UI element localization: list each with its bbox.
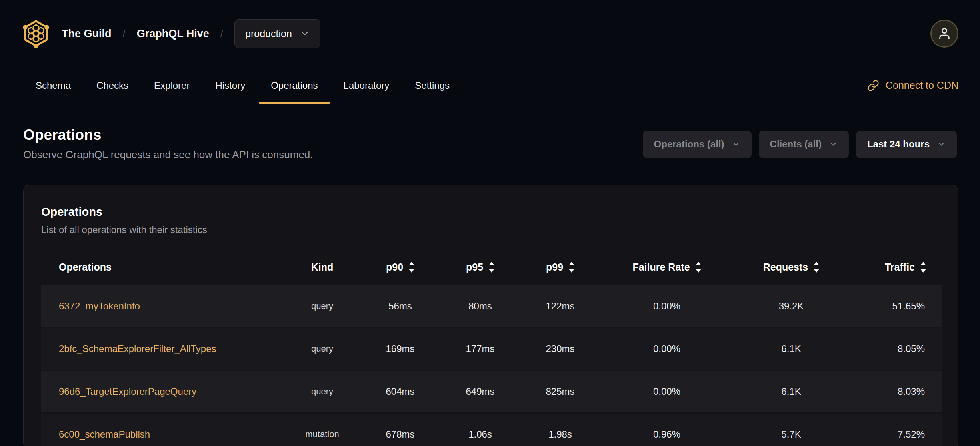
column-header-p99: p99 <box>523 250 597 284</box>
failure-rate-cell: 0.00% <box>597 328 736 370</box>
sort-arrows-icon <box>814 262 819 273</box>
failure-rate-cell: 0.00% <box>597 285 736 327</box>
p90-cell: 56ms <box>363 285 437 327</box>
sort-arrows-icon <box>489 262 494 273</box>
sort-control-p95[interactable]: p95 <box>466 261 494 273</box>
kind-cell: query <box>281 371 363 412</box>
p90-cell: 678ms <box>363 414 437 446</box>
p99-cell: 122ms <box>523 285 597 327</box>
operations-filter-dropdown[interactable]: Operations (all) <box>643 131 752 158</box>
sort-control-traffic[interactable]: Traffic <box>885 261 926 273</box>
p99-cell: 230ms <box>523 328 597 370</box>
connect-to-cdn-link[interactable]: Connect to CDN <box>867 80 958 92</box>
operation-link[interactable]: 96d6_TargetExplorerPageQuery <box>59 386 196 397</box>
p95-cell: 80ms <box>437 285 523 327</box>
p95-cell: 177ms <box>437 328 523 370</box>
column-header-p90: p90 <box>363 250 437 284</box>
tab-checks[interactable]: Checks <box>84 67 140 104</box>
tab-schema[interactable]: Schema <box>24 67 83 104</box>
tab-operations[interactable]: Operations <box>259 67 330 104</box>
sort-arrows-icon <box>920 262 926 273</box>
table-row: 96d6_TargetExplorerPageQuery query 604ms… <box>41 371 942 412</box>
table-row: 6c00_schemaPublish mutation 678ms 1.06s … <box>41 414 942 446</box>
tab-settings[interactable]: Settings <box>403 67 462 104</box>
card-title: Operations <box>41 205 941 219</box>
breadcrumb-org[interactable]: The Guild <box>62 28 112 40</box>
chevron-down-icon <box>732 140 740 149</box>
sort-arrows-icon <box>696 262 701 273</box>
active-tab-underline <box>259 102 330 104</box>
filters: Operations (all) Clients (all) Last 24 h… <box>643 131 957 158</box>
table-row: 2bfc_SchemaExplorerFilter_AllTypes query… <box>41 328 942 370</box>
tab-explorer[interactable]: Explorer <box>142 67 202 104</box>
p90-cell: 604ms <box>363 371 437 412</box>
kind-cell: mutation <box>281 414 363 446</box>
column-header-failure-rate: Failure Rate <box>597 250 736 284</box>
column-header-p95: p95 <box>437 250 523 284</box>
traffic-cell: 7.52% <box>846 414 942 446</box>
page-subtitle: Observe GraphQL requests and see how the… <box>23 149 313 161</box>
breadcrumb-separator: / <box>123 28 126 40</box>
tab-history[interactable]: History <box>203 67 257 104</box>
page-heading: Operations Observe GraphQL requests and … <box>23 127 313 161</box>
chevron-down-icon <box>829 140 838 149</box>
failure-rate-cell: 0.96% <box>597 414 736 446</box>
user-icon <box>938 27 951 40</box>
table-header-row: Operations Kind p90 p95 p99 Failure Rate… <box>41 250 942 284</box>
user-avatar-button[interactable] <box>930 20 958 48</box>
column-header-operations: Operations <box>41 250 281 284</box>
period-filter-dropdown[interactable]: Last 24 hours <box>856 131 957 158</box>
table-row: 6372_myTokenInfo query 56ms 80ms 122ms 0… <box>41 285 942 327</box>
requests-cell: 6.1K <box>736 371 846 412</box>
kind-cell: query <box>281 285 363 327</box>
p99-cell: 825ms <box>523 371 597 412</box>
target-dropdown[interactable]: production <box>234 19 320 48</box>
requests-cell: 39.2K <box>736 285 846 327</box>
traffic-cell: 8.03% <box>846 371 942 412</box>
chevron-down-icon <box>937 140 946 149</box>
traffic-cell: 51.65% <box>846 285 942 327</box>
sort-control-requests[interactable]: Requests <box>763 261 820 273</box>
p95-cell: 649ms <box>437 371 523 412</box>
operations-card: Operations List of all operations with t… <box>23 185 958 446</box>
sort-arrows-icon <box>409 262 414 273</box>
page-title: Operations <box>23 127 313 142</box>
tab-laboratory[interactable]: Laboratory <box>332 67 402 104</box>
sort-control-failure-rate[interactable]: Failure Rate <box>632 261 701 273</box>
sort-control-p90[interactable]: p90 <box>386 261 414 273</box>
p95-cell: 1.06s <box>437 414 523 446</box>
operation-link[interactable]: 6c00_schemaPublish <box>59 429 150 440</box>
column-header-traffic: Traffic <box>846 250 942 284</box>
page-heading-row: Operations Observe GraphQL requests and … <box>0 127 980 161</box>
link-icon <box>867 80 879 92</box>
hive-logo-icon[interactable] <box>22 19 50 48</box>
breadcrumb-project[interactable]: GraphQL Hive <box>137 28 209 40</box>
sort-control-p99[interactable]: p99 <box>546 261 574 273</box>
clients-filter-dropdown[interactable]: Clients (all) <box>759 131 849 158</box>
project-nav: Schema Checks Explorer History Operation… <box>0 67 980 104</box>
operation-link[interactable]: 2bfc_SchemaExplorerFilter_AllTypes <box>59 343 216 354</box>
target-dropdown-value: production <box>245 28 292 40</box>
p90-cell: 169ms <box>363 328 437 370</box>
chevron-down-icon <box>300 29 310 38</box>
p99-cell: 1.98s <box>523 414 597 446</box>
requests-cell: 5.7K <box>736 414 846 446</box>
requests-cell: 6.1K <box>736 328 846 370</box>
breadcrumb-separator: / <box>220 28 223 40</box>
card-subtitle: List of all operations with their statis… <box>41 224 941 235</box>
operations-table: Operations Kind p90 p95 p99 Failure Rate… <box>41 249 942 446</box>
traffic-cell: 8.05% <box>846 328 942 370</box>
column-header-kind: Kind <box>281 250 363 284</box>
failure-rate-cell: 0.00% <box>597 371 736 412</box>
top-bar: The Guild / GraphQL Hive / production <box>0 0 980 67</box>
operation-link[interactable]: 6372_myTokenInfo <box>59 301 140 311</box>
kind-cell: query <box>281 328 363 370</box>
connect-to-cdn-label: Connect to CDN <box>886 80 958 91</box>
sort-arrows-icon <box>569 262 574 273</box>
column-header-requests: Requests <box>736 250 846 284</box>
